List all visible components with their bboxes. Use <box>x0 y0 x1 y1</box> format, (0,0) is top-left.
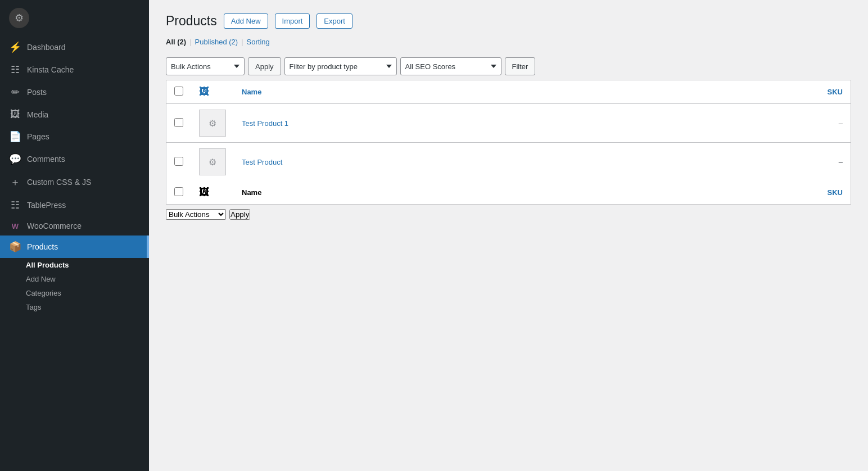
main-content: Products Add New Import Export All (2) |… <box>149 0 868 471</box>
table-row: ⚙ Test Product 1 – <box>166 104 851 143</box>
sidebar-item-tablepress[interactable]: ☷ TablePress <box>0 194 149 216</box>
subnav-published[interactable]: Published (2) <box>195 38 238 46</box>
sub-nav: All (2) | Published (2) | Sorting <box>166 38 851 46</box>
select-all-footer-checkbox[interactable] <box>174 187 183 196</box>
sidebar-item-products[interactable]: 📦 Products <box>0 235 149 258</box>
name-footer[interactable]: Name <box>234 181 644 205</box>
comments-icon: 💬 <box>9 153 21 165</box>
sidebar-logo: ⚙ <box>0 0 149 36</box>
row-thumb-2: ⚙ <box>191 143 234 182</box>
row-sku-2: – <box>644 143 851 182</box>
subnav-sep-2: | <box>241 38 243 46</box>
row-checkbox-2[interactable] <box>174 157 183 166</box>
kinsta-icon: ☷ <box>9 64 21 76</box>
sidebar: ⚙ ⚡ Dashboard ☷ Kinsta Cache ✏ Posts 🖼 M… <box>0 0 149 471</box>
subnav-sorting[interactable]: Sorting <box>247 38 270 46</box>
sidebar-item-posts[interactable]: ✏ Posts <box>0 81 149 103</box>
sidebar-item-label: Dashboard <box>27 43 66 52</box>
posts-icon: ✏ <box>9 86 21 98</box>
sidebar-item-kinsta-cache[interactable]: ☷ Kinsta Cache <box>0 58 149 81</box>
tablepress-icon: ☷ <box>9 199 21 211</box>
product-name-link-2[interactable]: Test Product <box>242 158 282 166</box>
sku-header[interactable]: SKU <box>644 80 851 104</box>
top-toolbar: Bulk Actions Edit Move to Trash Apply Fi… <box>166 53 851 80</box>
row-name-2[interactable]: Test Product <box>234 143 644 182</box>
woocommerce-icon: W <box>9 222 21 230</box>
row-sku-1: – <box>644 104 851 143</box>
row-checkbox-cell-2 <box>166 143 192 182</box>
table-row: ⚙ Test Product – <box>166 143 851 182</box>
sidebar-sub-item-add-new[interactable]: Add New <box>0 272 149 286</box>
table-footer-row: 🖼 Name SKU <box>166 181 851 205</box>
page-title: Products <box>166 13 217 29</box>
sidebar-item-label: Posts <box>27 88 47 97</box>
sidebar-item-label: Media <box>27 110 48 119</box>
table-header-row: 🖼 Name SKU <box>166 80 851 104</box>
apply-button-bottom[interactable]: Apply <box>229 209 250 220</box>
sidebar-item-label: Custom CSS & JS <box>27 178 91 187</box>
select-all-footer[interactable] <box>166 181 192 205</box>
bulk-actions-select-bottom[interactable]: Bulk Actions Edit Move to Trash <box>166 209 226 220</box>
bulk-actions-select-top[interactable]: Bulk Actions Edit Move to Trash <box>166 57 245 75</box>
sidebar-item-label: Products <box>27 242 58 251</box>
placeholder-image-icon-2: ⚙ <box>209 157 216 167</box>
sidebar-item-woocommerce[interactable]: W WooCommerce <box>0 216 149 235</box>
filter-button[interactable]: Filter <box>505 57 536 75</box>
row-checkbox-cell-1 <box>166 104 192 143</box>
sku-footer[interactable]: SKU <box>644 181 851 205</box>
row-thumb-1: ⚙ <box>191 104 234 143</box>
row-name-1[interactable]: Test Product 1 <box>234 104 644 143</box>
sidebar-item-label: Kinsta Cache <box>27 65 74 74</box>
sidebar-item-label: TablePress <box>27 201 66 210</box>
products-icon: 📦 <box>9 241 21 253</box>
import-button[interactable]: Import <box>275 13 310 29</box>
sidebar-item-custom-css[interactable]: ＋ Custom CSS & JS <box>0 170 149 194</box>
product-name-link-1[interactable]: Test Product 1 <box>242 119 288 128</box>
sidebar-item-pages[interactable]: 📄 Pages <box>0 125 149 148</box>
apply-button-top[interactable]: Apply <box>248 57 281 75</box>
sidebar-item-label: WooCommerce <box>27 221 82 230</box>
dashboard-icon: ⚡ <box>9 41 21 53</box>
sidebar-item-comments[interactable]: 💬 Comments <box>0 148 149 170</box>
row-checkbox-1[interactable] <box>174 118 183 127</box>
filter-product-type-select[interactable]: Filter by product type Simple product Va… <box>284 57 397 75</box>
select-all-checkbox[interactable] <box>174 87 183 96</box>
sidebar-item-label: Pages <box>27 132 49 141</box>
pages-icon: 📄 <box>9 130 21 143</box>
sidebar-item-label: Comments <box>27 155 65 164</box>
page-header: Products Add New Import Export <box>166 13 851 29</box>
product-image-2: ⚙ <box>199 148 226 175</box>
media-icon: 🖼 <box>9 108 21 120</box>
thumb-icon: 🖼 <box>199 86 209 97</box>
product-image-1: ⚙ <box>199 110 226 137</box>
select-all-header[interactable] <box>166 80 192 104</box>
sidebar-sub-item-categories[interactable]: Categories <box>0 286 149 300</box>
sidebar-sub-item-tags[interactable]: Tags <box>0 300 149 314</box>
wp-logo-icon: ⚙ <box>9 8 29 28</box>
sidebar-sub-item-all-products[interactable]: All Products <box>0 258 149 272</box>
seo-scores-select[interactable]: All SEO Scores Good OK Poor No Score <box>400 57 501 75</box>
thumb-header: 🖼 <box>191 80 234 104</box>
sidebar-item-dashboard[interactable]: ⚡ Dashboard <box>0 36 149 58</box>
subnav-sep-1: | <box>189 38 191 46</box>
custom-css-icon: ＋ <box>9 175 21 189</box>
name-header[interactable]: Name <box>234 80 644 104</box>
thumb-footer: 🖼 <box>191 181 234 205</box>
sidebar-item-media[interactable]: 🖼 Media <box>0 103 149 125</box>
placeholder-image-icon: ⚙ <box>209 118 216 129</box>
products-table: 🖼 Name SKU ⚙ <box>166 80 851 205</box>
thumb-footer-icon: 🖼 <box>199 187 209 198</box>
subnav-all[interactable]: All (2) <box>166 38 186 46</box>
export-button[interactable]: Export <box>317 13 352 29</box>
bottom-toolbar: Bulk Actions Edit Move to Trash Apply <box>166 205 851 224</box>
add-new-button[interactable]: Add New <box>224 13 268 29</box>
